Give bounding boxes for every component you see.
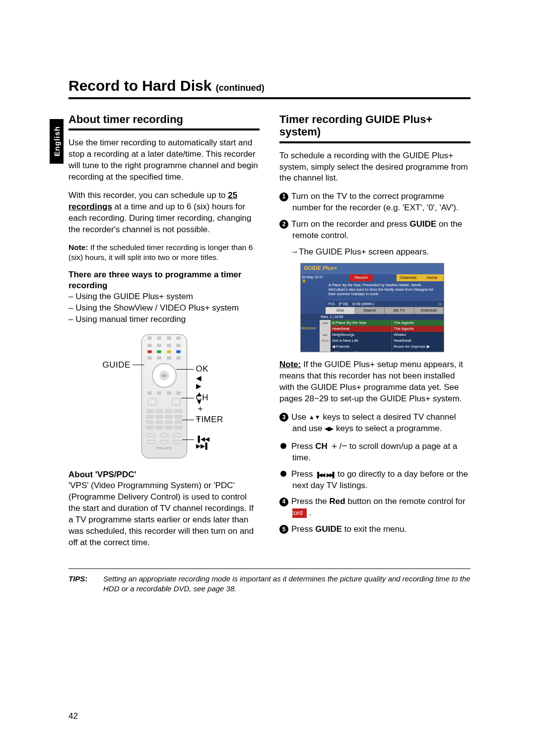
record-button-graphic: Record xyxy=(292,508,307,517)
remote-label-guide: GUIDE xyxy=(103,360,131,370)
down-arrow-icon xyxy=(315,412,321,422)
step-4: 4Press the Red button on the remote cont… xyxy=(279,496,470,519)
left-p1: Use the timer recording to automatically… xyxy=(68,137,260,183)
step-1: 1Turn on the TV to the correct programme… xyxy=(279,191,470,214)
right-heading: Timer recording GUIDE Plus+ system) xyxy=(279,113,470,138)
tips-box: TIPS: Setting an appropriate recording m… xyxy=(68,568,470,594)
step-3b: Press CH ＋/− to scroll down/up a page at… xyxy=(279,440,470,464)
remote-diagram: OK PHILIPS GUIDE xyxy=(68,334,260,458)
left-arrow-icon xyxy=(325,424,329,433)
skip-next-icon xyxy=(327,469,335,479)
step-5: 5Press GUIDE to exit the menu. xyxy=(279,524,470,535)
left-p2: With this recorder, you can schedule up … xyxy=(68,190,260,236)
left-column: About timer recording Use the timer reco… xyxy=(68,113,260,549)
skip-prev-icon xyxy=(315,469,324,479)
right-p1: To schedule a recording with the GUIDE P… xyxy=(279,150,470,185)
left-heading: About timer recording xyxy=(68,113,260,126)
guide-plus-screenshot: GUIDE Plus+ 20-May 15:47 🔒 RecordChannel… xyxy=(300,263,444,352)
language-tab: English xyxy=(50,119,64,164)
step-2-result: →The GUIDE Plus+ screen appears. xyxy=(279,247,470,258)
right-arrow-icon xyxy=(329,424,334,433)
guide-note: Note: If the GUIDE Plus+ setup menu appe… xyxy=(279,359,470,405)
step-3: 3Use keys to select a desired TV channel… xyxy=(279,412,470,435)
page-title: Record to Hard Disk (continued) xyxy=(68,77,470,94)
step-2: 2Turn on the recorder and press GUIDE on… xyxy=(279,219,470,242)
remote-label-skip: ▐◀◀ ▶▶▌ xyxy=(196,436,210,449)
page-content: Record to Hard Disk (continued) About ti… xyxy=(68,77,470,594)
timer-methods-list: Using the GUIDE Plus+ system Using the S… xyxy=(68,291,260,325)
up-arrow-icon xyxy=(309,412,315,422)
title-rule xyxy=(68,97,470,99)
right-column: Timer recording GUIDE Plus+ system) To s… xyxy=(279,113,470,549)
remote-label-ok: OK xyxy=(196,364,209,374)
left-note: Note: If the scheduled timer recording i… xyxy=(68,243,260,262)
left-p3: 'VPS' (Video Programming System) or 'PDC… xyxy=(68,480,260,549)
left-subhead-1: There are three ways to programme a time… xyxy=(68,269,260,291)
page-number: 42 xyxy=(68,711,78,721)
left-subhead-2: About 'VPS/PDC' xyxy=(68,469,260,480)
step-3c: Press to go directly to a day before or … xyxy=(279,469,470,492)
remote-label-timer: TIMER xyxy=(196,415,223,425)
